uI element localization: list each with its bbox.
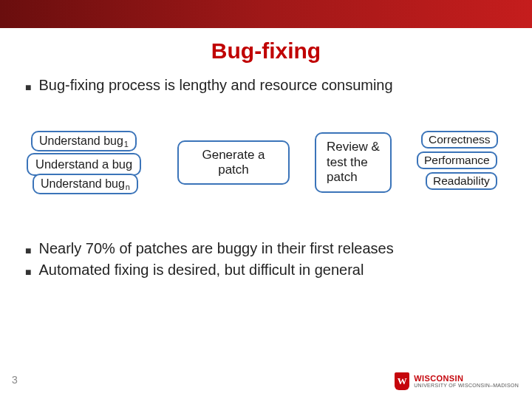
slide-title: Bug-fixing xyxy=(0,38,532,64)
bullet-icon: ■ xyxy=(25,245,31,256)
bullet-bottom-1: ■ Nearly 70% of patches are buggy in the… xyxy=(25,240,507,257)
logo-text: WISCONSIN UNIVERSITY OF WISCONSIN–MADISO… xyxy=(414,375,519,388)
bullet-icon: ■ xyxy=(25,266,31,278)
generate-patch-box: Generate a patch xyxy=(177,140,290,185)
understand-bug-first: Understand bug1 xyxy=(31,131,137,151)
logo-subtitle: UNIVERSITY OF WISCONSIN–MADISON xyxy=(414,383,519,388)
bullet-text: Bug-fixing process is lengthy and resour… xyxy=(38,77,392,94)
criteria-stack: Correctness Performance Readability xyxy=(417,131,505,194)
header-bar xyxy=(0,0,532,28)
shield-icon: W xyxy=(395,372,409,390)
bullet-top-1: ■ Bug-fixing process is lengthy and reso… xyxy=(25,77,507,94)
bullet-text: Automated fixing is desired, but difficu… xyxy=(38,262,364,279)
bullet-icon: ■ xyxy=(25,81,31,93)
bullet-text: Nearly 70% of patches are buggy in their… xyxy=(38,240,393,257)
content-area: ■ Bug-fixing process is lengthy and reso… xyxy=(0,77,532,194)
bullet-bottom-2: ■ Automated fixing is desired, but diffi… xyxy=(25,262,507,279)
review-test-box: Review & test the patch xyxy=(315,132,392,192)
page-number: 3 xyxy=(12,374,18,386)
criteria-performance: Performance xyxy=(417,151,497,169)
understand-a-bug: Understand a bug xyxy=(27,153,141,176)
understand-stack: Understand bug1 Understand a bug Underst… xyxy=(27,131,152,194)
logo-name: WISCONSIN xyxy=(414,375,519,383)
process-diagram: Understand bug1 Understand a bug Underst… xyxy=(25,131,507,194)
wisconsin-logo: W WISCONSIN UNIVERSITY OF WISCONSIN–MADI… xyxy=(395,372,519,390)
understand-bug-last: Understand bugn xyxy=(33,174,138,194)
lower-bullets: ■ Nearly 70% of patches are buggy in the… xyxy=(0,240,532,279)
criteria-readability: Readability xyxy=(426,172,497,190)
criteria-correctness: Correctness xyxy=(421,131,498,149)
